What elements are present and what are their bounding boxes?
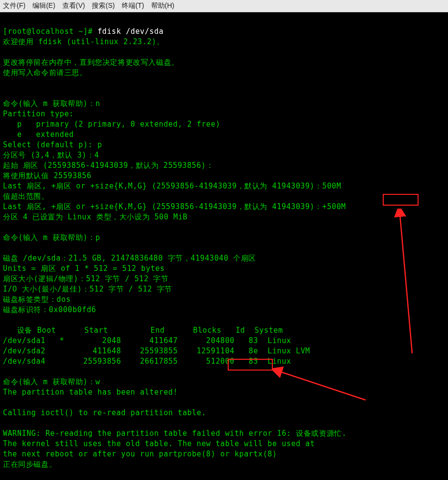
menu-search[interactable]: 搜索(S) bbox=[92, 1, 115, 10]
terminal-line: /dev/sda4 25593856 26617855 512000 83 Li… bbox=[3, 357, 291, 366]
menu-view[interactable]: 查看(V) bbox=[62, 1, 85, 10]
terminal-line: 更改将停留在内存中，直到您决定将更改写入磁盘。 bbox=[3, 58, 179, 67]
menu-help[interactable]: 帮助(H) bbox=[151, 1, 174, 10]
terminal-line: Partition type: bbox=[3, 109, 74, 118]
terminal-line: 分区号 (3,4，默认 3)：4 bbox=[3, 151, 99, 160]
terminal-line: 扇区大小(逻辑/物理)：512 字节 / 512 字节 bbox=[3, 274, 169, 283]
menu-terminal[interactable]: 终端(T) bbox=[122, 1, 144, 10]
terminal-line: /dev/sda1 * 2048 411647 204800 83 Linux bbox=[3, 336, 291, 345]
terminal-line: WARNING: Re-reading the partition table … bbox=[3, 429, 346, 438]
prompt-bracket-close: ]# bbox=[83, 27, 98, 36]
command-text: fdisk /dev/sda bbox=[98, 27, 164, 36]
terminal-line: 将使用默认值 25593856 bbox=[3, 171, 91, 180]
svg-line-0 bbox=[400, 214, 412, 353]
terminal-line: 起始 扇区 (25593856-41943039，默认为 25593856)： bbox=[3, 161, 213, 170]
terminal-line: 欢迎使用 fdisk (util-linux 2.23.2)。 bbox=[3, 37, 164, 46]
menu-file[interactable]: 文件(F) bbox=[3, 1, 26, 10]
terminal-line: Calling ioctl() to re-read partition tab… bbox=[3, 408, 206, 417]
arrow-top-icon bbox=[383, 209, 422, 356]
terminal-window[interactable]: [root@localhost ~]# fdisk /dev/sda 欢迎使用 … bbox=[0, 12, 448, 480]
terminal-line: 设备 Boot Start End Blocks Id System bbox=[3, 326, 283, 335]
terminal-line: 磁盘 /dev/sda：21.5 GB, 21474836480 字节，4194… bbox=[3, 254, 256, 263]
svg-line-1 bbox=[280, 372, 366, 400]
terminal-line: 磁盘标签类型：dos bbox=[3, 295, 71, 304]
terminal-line: /dev/sda2 411648 25593855 12591104 8e Li… bbox=[3, 347, 310, 355]
terminal-line: 命令(输入 m 获取帮助)：w bbox=[3, 377, 100, 386]
terminal-line: p primary (2 primary, 0 extended, 2 free… bbox=[3, 120, 220, 129]
terminal-line: the next reboot or after you run partpro… bbox=[3, 450, 277, 458]
arrow-bottom-icon bbox=[272, 366, 370, 405]
terminal-line: Last 扇区, +扇区 or +size{K,M,G} (25593856-4… bbox=[3, 202, 346, 211]
terminal-line: 磁盘标识符：0x000b0fd6 bbox=[3, 305, 96, 314]
menubar: 文件(F) 编辑(E) 查看(V) 搜索(S) 终端(T) 帮助(H) bbox=[0, 0, 448, 12]
terminal-line: 分区 4 已设置为 Linux 类型，大小设为 500 MiB bbox=[3, 213, 187, 221]
menu-edit[interactable]: 编辑(E) bbox=[32, 1, 55, 10]
terminal-line: 值超出范围。 bbox=[3, 192, 49, 201]
terminal-line: I/O 大小(最小/最佳)：512 字节 / 512 字节 bbox=[3, 285, 172, 293]
terminal-line: Units = 扇区 of 1 * 512 = 512 bytes bbox=[3, 264, 165, 273]
terminal-line: Last 扇区, +扇区 or +size{K,M,G} (25593856-4… bbox=[3, 182, 341, 190]
highlight-box-500m bbox=[383, 194, 419, 206]
prompt-user: root@localhost ~ bbox=[8, 27, 83, 36]
terminal-line: The partition table has been altered! bbox=[3, 388, 178, 397]
terminal-line: The kernel still uses the old table. The… bbox=[3, 439, 315, 448]
terminal-line: Select (default p): p bbox=[3, 140, 102, 149]
terminal-line: 命令(输入 m 获取帮助)：n bbox=[3, 99, 100, 108]
terminal-line: 命令(输入 m 获取帮助)：p bbox=[3, 233, 100, 242]
terminal-line: e extended bbox=[3, 130, 74, 139]
prompt-bracket-open: [ bbox=[3, 27, 8, 36]
terminal-line: 正在同步磁盘。 bbox=[3, 460, 56, 469]
terminal-line: 使用写入命令前请三思。 bbox=[3, 68, 87, 77]
